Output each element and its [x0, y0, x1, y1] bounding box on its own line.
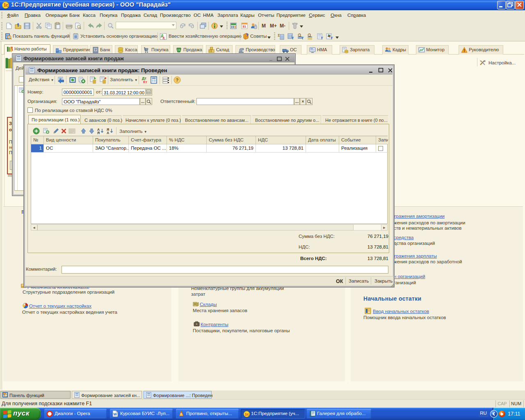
svg-text:А: А [107, 131, 109, 135]
svg-text:Кт: Кт [143, 80, 147, 84]
svg-text:1с: 1с [245, 412, 249, 416]
svg-text:31: 31 [242, 25, 246, 28]
svg-text:W: W [114, 412, 117, 416]
svg-text:T: T [331, 36, 333, 40]
svg-text:T: T [292, 36, 294, 40]
svg-text:?: ? [95, 48, 97, 52]
svg-text:Σ: Σ [278, 33, 280, 37]
svg-text:T: T [321, 36, 323, 40]
svg-text:Я: Я [97, 131, 100, 135]
svg-text:К: К [163, 36, 165, 40]
svg-text:?: ? [176, 78, 179, 82]
svg-text:?: ? [246, 33, 249, 38]
svg-text:T: T [301, 36, 304, 40]
svg-text:1c: 1c [4, 3, 9, 7]
